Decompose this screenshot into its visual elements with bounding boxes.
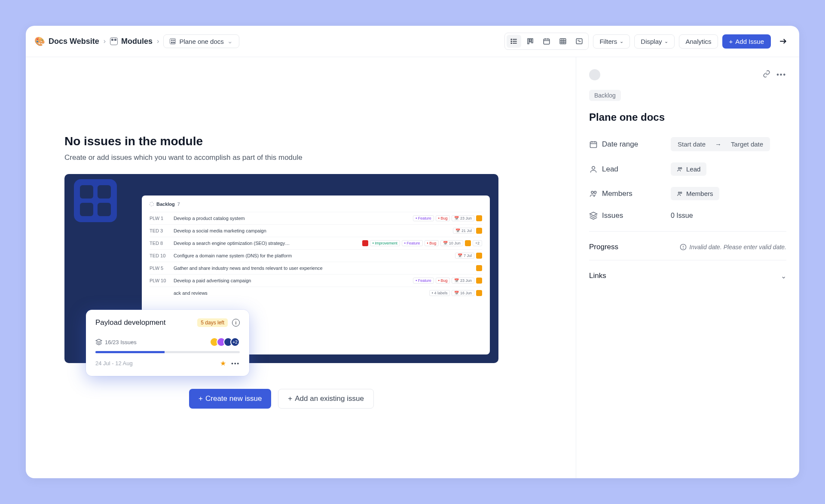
kanban-icon: [526, 37, 534, 45]
svg-rect-7: [530, 39, 531, 42]
app-window: 🎨 Docs Website › Modules › Plane one doc…: [26, 26, 799, 478]
svg-point-33: [680, 192, 682, 193]
lead-label: Lead: [602, 165, 618, 174]
mock-row: TED 3Develop a social media marketing ca…: [150, 224, 482, 237]
float-card-dates: 24 Jul - 12 Aug: [95, 360, 133, 367]
breadcrumb-section-label: Modules: [121, 37, 153, 46]
target-date-value: Target date: [731, 141, 763, 148]
chevron-down-icon: ⌄: [664, 39, 668, 44]
layers-icon: [95, 339, 102, 345]
view-spreadsheet-button[interactable]: [556, 35, 570, 48]
create-issue-label: Create new issue: [205, 394, 262, 403]
users-icon: [589, 189, 598, 198]
svg-point-30: [591, 191, 593, 193]
toolbar-right: Filters ⌄ Display ⌄ Analytics + Add Issu…: [504, 33, 791, 50]
breadcrumb-project[interactable]: 🎨 Docs Website: [34, 36, 99, 46]
svg-point-29: [680, 167, 682, 169]
date-range-picker[interactable]: Start date → Target date: [671, 137, 770, 151]
svg-point-5: [511, 43, 512, 44]
lead-value: Lead: [686, 165, 700, 173]
display-button[interactable]: Display ⌄: [634, 34, 675, 49]
main-content: No issues in the module Create or add is…: [26, 57, 576, 478]
empty-state-subtitle: Create or add issues which you want to a…: [64, 153, 498, 162]
float-card-issues: 16/23 Issues: [105, 339, 137, 345]
users-icon: [677, 191, 683, 197]
view-gantt-button[interactable]: [572, 35, 587, 48]
svg-rect-6: [528, 39, 529, 44]
modules-icon: [110, 37, 118, 45]
info-icon: i: [232, 319, 240, 327]
svg-point-37: [683, 248, 684, 249]
breadcrumb-section[interactable]: Modules: [110, 37, 153, 46]
breadcrumb-module-selector[interactable]: Plane one docs ⌄: [163, 34, 239, 48]
add-existing-issue-button[interactable]: + Add an existing issue: [278, 389, 374, 409]
members-value: Members: [686, 190, 713, 197]
collapse-sidebar-button[interactable]: [775, 34, 791, 49]
module-icon: [170, 38, 176, 44]
module-state-pill[interactable]: Backlog: [589, 90, 621, 101]
backlog-state-icon: [150, 202, 154, 206]
view-switcher: [504, 33, 589, 50]
issues-label: Issues: [602, 211, 623, 220]
float-card: Payload development 5 days left i 16/23 …: [86, 310, 249, 376]
links-label: Links: [589, 272, 606, 280]
star-icon: ★: [220, 359, 226, 367]
view-list-button[interactable]: [507, 35, 521, 48]
mock-row: PLW 10Develop a paid advertising campaig…: [150, 274, 482, 287]
chevron-down-icon: ⌄: [781, 272, 786, 280]
members-selector[interactable]: Members: [671, 187, 719, 200]
svg-rect-8: [532, 39, 533, 43]
field-lead: Lead Lead: [589, 162, 786, 176]
issues-count-value: 0 Issue: [671, 212, 693, 219]
svg-marker-22: [96, 339, 101, 342]
illustration-wrapper: Backlog 7 PLW 1Develop a product catalog…: [64, 174, 498, 363]
lead-selector[interactable]: Lead: [671, 162, 706, 176]
module-title: Plane one docs: [589, 111, 786, 123]
divider: [589, 231, 786, 232]
links-section[interactable]: Links ⌄: [589, 272, 786, 280]
members-label: Members: [602, 189, 632, 198]
days-left-badge: 5 days left: [197, 318, 228, 327]
svg-point-27: [592, 166, 595, 169]
mock-row: ack and reviews• 4 labels📅 16 Jun: [150, 287, 482, 299]
link-icon[interactable]: [763, 70, 770, 79]
filters-button[interactable]: Filters ⌄: [593, 34, 630, 49]
mock-backlog-label: Backlog: [156, 202, 175, 207]
illustration-accent-icon: [74, 179, 117, 222]
field-members: Members Members: [589, 187, 786, 200]
svg-point-3: [511, 39, 512, 40]
layers-icon: [589, 211, 598, 220]
float-card-title: Payload development: [95, 318, 166, 327]
project-emoji-icon: 🎨: [34, 36, 45, 46]
spreadsheet-icon: [559, 37, 567, 45]
analytics-button[interactable]: Analytics: [679, 34, 718, 49]
module-avatar-placeholder: [589, 69, 600, 80]
body: No issues in the module Create or add is…: [26, 57, 799, 478]
display-label: Display: [641, 38, 662, 45]
module-side-panel: ••• Backlog Plane one docs Date range St…: [576, 57, 799, 478]
list-icon: [510, 37, 518, 45]
avatar-stack: +2: [212, 337, 240, 347]
more-menu-button[interactable]: •••: [776, 71, 786, 79]
progress-bar: [95, 351, 240, 353]
plus-icon: +: [729, 38, 733, 45]
add-issue-button[interactable]: + Add Issue: [722, 34, 771, 49]
view-calendar-button[interactable]: [539, 35, 554, 48]
plus-icon: +: [199, 394, 203, 403]
create-issue-button[interactable]: + Create new issue: [189, 389, 271, 409]
arrow-right-icon: →: [715, 141, 721, 148]
field-issues: Issues 0 Issue: [589, 211, 786, 220]
side-panel-header: •••: [589, 69, 786, 80]
filters-label: Filters: [599, 38, 617, 45]
svg-point-31: [594, 191, 596, 193]
mock-row: PLW 5Gather and share industry news and …: [150, 262, 482, 274]
svg-marker-34: [590, 212, 597, 216]
start-date-value: Start date: [678, 141, 706, 148]
add-issue-label: Add Issue: [735, 38, 764, 45]
progress-section: Progress Invalid date. Please enter vali…: [589, 243, 786, 251]
view-kanban-button[interactable]: [523, 35, 538, 48]
mock-row: TED 10Configure a domain name system (DN…: [150, 249, 482, 262]
svg-point-28: [678, 167, 680, 169]
svg-rect-23: [590, 142, 597, 147]
mock-row: PLW 1Develop a product catalog system• F…: [150, 212, 482, 224]
